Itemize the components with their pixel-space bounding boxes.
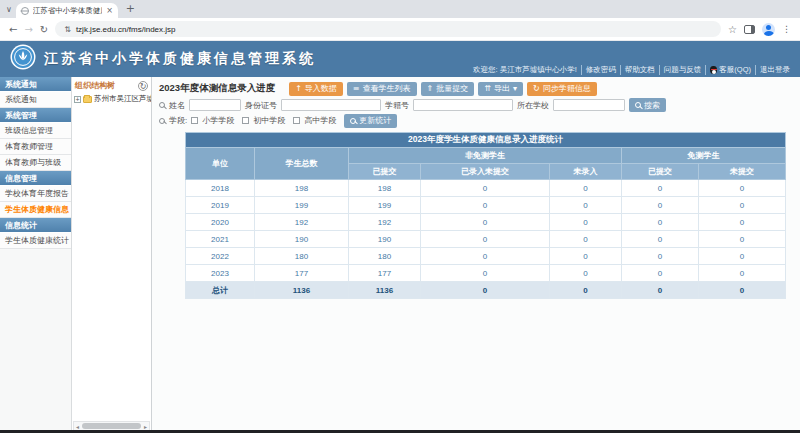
cell-link[interactable]: 0 [550, 180, 622, 197]
cell-link[interactable]: 2022 [186, 248, 255, 265]
address-bar[interactable]: ⇅ tzjk.jse.edu.cn/fms/index.jsp [55, 21, 721, 37]
cell-link[interactable]: 0 [622, 197, 699, 214]
cell-link[interactable]: 198 [255, 180, 349, 197]
cell-link[interactable]: 0 [699, 265, 786, 282]
scroll-left-icon[interactable]: ◂ [74, 423, 81, 430]
sidebar-item-annual-report[interactable]: 学校体育年度报告 [0, 186, 71, 202]
col-unit: 单位 [186, 148, 255, 180]
cell-link[interactable]: 0 [421, 180, 550, 197]
cell-link[interactable]: 0 [550, 265, 622, 282]
cell-link[interactable]: 0 [699, 214, 786, 231]
cell-link[interactable]: 0 [421, 231, 550, 248]
logout-link[interactable]: 退出登录 [755, 65, 794, 75]
cell-link[interactable]: 0 [421, 248, 550, 265]
name-input[interactable] [189, 99, 241, 111]
student-no-input[interactable] [413, 99, 513, 111]
page-toolbar: 2023年度体测信息录入进度 ↑ 导入数据 ≡ 查看学生列表 ⇑ 批量提交 ⇈ … [159, 80, 792, 97]
school-input[interactable] [553, 99, 625, 111]
tree-node-school[interactable]: + 苏州市吴江区芦墟实验小 [72, 93, 151, 105]
cell-link[interactable]: 0 [699, 180, 786, 197]
cell-link[interactable]: 0 [421, 197, 550, 214]
cell-link[interactable]: 192 [349, 214, 421, 231]
checkbox-junior-stage[interactable] [242, 117, 249, 124]
import-data-button[interactable]: ↑ 导入数据 [289, 82, 343, 96]
sidebar-item-class-info[interactable]: 班级信息管理 [0, 123, 71, 139]
scroll-right-icon[interactable]: ▸ [142, 423, 149, 430]
student-no-label: 学籍号 [385, 100, 409, 111]
cell-link[interactable]: 2018 [186, 180, 255, 197]
tab-close-icon[interactable]: × [106, 6, 113, 15]
sidebar-item-teacher-class[interactable]: 体育教师与班级 [0, 155, 71, 171]
cell-link[interactable]: 180 [349, 248, 421, 265]
cell-link[interactable]: 190 [255, 231, 349, 248]
cell-link[interactable]: 0 [622, 265, 699, 282]
cell-link[interactable]: 0 [622, 214, 699, 231]
browser-tab[interactable]: 江苏省中小学体质健康信息管理系… × [16, 3, 118, 18]
cell-link[interactable]: 2020 [186, 214, 255, 231]
cell-link[interactable]: 199 [349, 197, 421, 214]
bookmark-star-icon[interactable]: ☆ [728, 24, 737, 35]
forward-icon[interactable]: → [24, 24, 32, 35]
help-doc-link[interactable]: 帮助文档 [620, 65, 659, 75]
checkbox-primary-stage[interactable] [191, 117, 198, 124]
tree-node-label: 苏州市吴江区芦墟实验小 [94, 94, 151, 104]
back-icon[interactable]: ← [9, 24, 17, 35]
scrollbar-thumb[interactable] [82, 423, 141, 429]
total-cell: 0 [550, 282, 622, 299]
chevron-down-icon: ▾ [513, 84, 517, 93]
sync-roll-info-button[interactable]: ↻ 同步学籍信息 [527, 82, 597, 96]
new-tab-button[interactable]: + [126, 2, 135, 15]
cell-link[interactable]: 0 [550, 214, 622, 231]
id-card-input[interactable] [281, 99, 381, 111]
view-student-list-button[interactable]: ≡ 查看学生列表 [347, 82, 417, 96]
batch-submit-button[interactable]: ⇑ 批量提交 [421, 82, 475, 96]
browser-menu-dots-icon[interactable]: ⋮ [782, 24, 791, 34]
sidebar-item-student-health-info[interactable]: 学生体质健康信息 [0, 202, 71, 218]
feedback-link[interactable]: 问题与反馈 [659, 65, 706, 75]
url-text: tzjk.jse.edu.cn/fms/index.jsp [76, 25, 176, 34]
sidebar-item-health-statistics[interactable]: 学生体质健康统计 [0, 233, 71, 249]
sidebar-item-system-notice[interactable]: 系统通知 [0, 92, 71, 108]
profile-avatar[interactable] [762, 23, 775, 36]
cell-link[interactable]: 0 [699, 197, 786, 214]
tree-expand-icon[interactable]: + [74, 96, 81, 103]
cell-link[interactable]: 0 [699, 231, 786, 248]
cell-link[interactable]: 192 [255, 214, 349, 231]
cell-link[interactable]: 0 [622, 231, 699, 248]
tree-refresh-icon[interactable]: ↻ [138, 81, 148, 91]
cell-link[interactable]: 0 [622, 180, 699, 197]
list-icon: ≡ [353, 84, 360, 93]
cell-link[interactable]: 2021 [186, 231, 255, 248]
cell-link[interactable]: 0 [699, 248, 786, 265]
search-button[interactable]: 搜索 [629, 98, 666, 112]
cell-link[interactable]: 0 [421, 265, 550, 282]
cell-link[interactable]: 0 [550, 248, 622, 265]
cell-link[interactable]: 2023 [186, 265, 255, 282]
app-title: 江苏省中小学体质健康信息管理系统 [44, 50, 316, 68]
site-info-icon[interactable]: ⇅ [64, 25, 71, 34]
cell-link[interactable]: 180 [255, 248, 349, 265]
export-button[interactable]: ⇈ 导出 ▾ [478, 82, 523, 96]
col-group-non-exempt: 非免测学生 [349, 148, 622, 164]
cell-link[interactable]: 0 [550, 231, 622, 248]
cell-link[interactable]: 0 [622, 248, 699, 265]
main-content: 2023年度体测信息录入进度 ↑ 导入数据 ≡ 查看学生列表 ⇑ 批量提交 ⇈ … [152, 77, 800, 433]
school-label: 所在学校 [517, 100, 549, 111]
cell-link[interactable]: 2019 [186, 197, 255, 214]
cell-link[interactable]: 0 [550, 197, 622, 214]
cell-link[interactable]: 177 [349, 265, 421, 282]
cell-link[interactable]: 199 [255, 197, 349, 214]
tab-search-chevron-icon[interactable]: ∨ [6, 5, 12, 14]
reload-icon[interactable]: ↻ [40, 24, 48, 35]
side-panel-icon[interactable] [744, 25, 755, 34]
cell-link[interactable]: 177 [255, 265, 349, 282]
qq-support-link[interactable]: 客服(QQ) [705, 65, 755, 75]
sidebar-item-pe-teacher[interactable]: 体育教师管理 [0, 139, 71, 155]
cell-link[interactable]: 198 [349, 180, 421, 197]
update-statistics-button[interactable]: 更新统计 [344, 114, 397, 128]
cell-link[interactable]: 190 [349, 231, 421, 248]
checkbox-senior-stage[interactable] [293, 117, 300, 124]
total-cell: 1136 [255, 282, 349, 299]
cell-link[interactable]: 0 [421, 214, 550, 231]
change-password-link[interactable]: 修改密码 [581, 65, 620, 75]
